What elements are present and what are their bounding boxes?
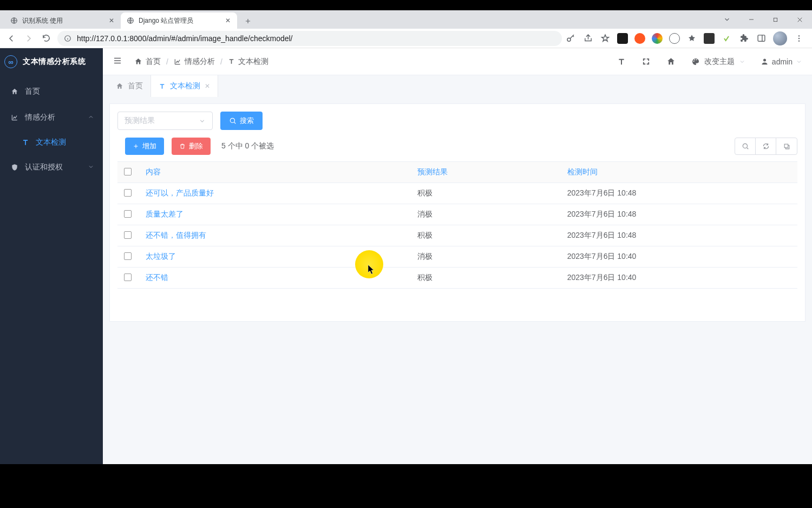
theme-button[interactable]: 改变主题 — [691, 57, 745, 67]
sidebar-item-home[interactable]: 首页 — [0, 79, 103, 105]
delete-button[interactable]: 删除 — [172, 138, 211, 155]
results-table: 内容 预测结果 检测时间 还可以，产品质量好积极2023年7月6日 10:48质… — [117, 161, 797, 289]
extension-icon-4[interactable] — [669, 33, 680, 44]
svg-rect-5 — [758, 35, 765, 41]
row-content-link[interactable]: 还不错，值得拥有 — [139, 225, 411, 246]
row-checkbox[interactable] — [124, 273, 132, 281]
extensions-menu-icon[interactable] — [738, 33, 749, 44]
fullscreen-button[interactable] — [641, 57, 651, 66]
close-icon[interactable]: ✕ — [205, 82, 210, 90]
column-header-time[interactable]: 检测时间 — [567, 167, 598, 176]
maximize-button[interactable] — [763, 11, 788, 28]
browser-menu-icon[interactable] — [794, 33, 804, 44]
browser-tab-0[interactable]: 识别系统 使用 ✕ — [4, 12, 121, 29]
url-input[interactable]: http://127.0.0.1:8000/admin/#/admin/imag… — [57, 31, 562, 46]
column-header-content[interactable]: 内容 — [146, 167, 161, 176]
row-content-link[interactable]: 还不错 — [139, 268, 411, 289]
app-title: 文本情感分析系统 — [23, 57, 86, 67]
app-logo: ∞ 文本情感分析系统 — [0, 48, 103, 75]
palette-icon — [691, 57, 700, 66]
key-icon[interactable] — [565, 33, 576, 44]
side-panel-icon[interactable] — [756, 33, 767, 44]
filter-row: 预测结果 搜索 — [110, 104, 805, 138]
close-icon[interactable]: ✕ — [224, 17, 232, 24]
sidebar-label-auth: 认证和授权 — [25, 162, 63, 172]
row-content-link[interactable]: 质量太差了 — [139, 204, 411, 225]
extension-icon-5[interactable] — [686, 33, 697, 44]
font-size-button[interactable] — [617, 57, 626, 66]
globe-icon — [126, 16, 135, 25]
breadcrumb-home[interactable]: 首页 — [134, 57, 161, 67]
font-icon — [228, 58, 235, 65]
share-icon[interactable] — [582, 33, 593, 44]
chart-icon — [174, 58, 181, 66]
refresh-toolbar-button[interactable] — [756, 138, 776, 154]
user-menu-button[interactable]: admin — [761, 57, 802, 66]
row-result: 消极 — [411, 246, 560, 268]
svg-point-8 — [798, 40, 800, 41]
sidebar-label-text-detect: 文本检测 — [36, 138, 66, 147]
breadcrumb-text-detect[interactable]: 文本检测 — [228, 57, 269, 67]
add-button[interactable]: 增加 — [125, 138, 164, 155]
column-header-result[interactable]: 预测结果 — [417, 167, 448, 176]
sidebar-item-analysis[interactable]: 情感分析 — [0, 105, 103, 131]
menu-toggle-button[interactable] — [113, 56, 123, 67]
row-checkbox[interactable] — [124, 189, 132, 197]
svg-rect-2 — [774, 18, 777, 21]
sidebar-item-text-detect[interactable]: 文本检测 — [0, 131, 103, 154]
sidebar-item-auth[interactable]: 认证和授权 — [0, 154, 103, 180]
extension-icon-1[interactable] — [617, 33, 628, 44]
svg-point-7 — [798, 37, 800, 38]
back-button[interactable] — [3, 30, 19, 47]
result-filter-select[interactable]: 预测结果 — [117, 112, 213, 130]
table-row: 质量太差了消极2023年7月6日 10:48 — [117, 204, 797, 225]
profile-avatar[interactable] — [773, 31, 787, 45]
extension-icon-3[interactable] — [652, 33, 663, 44]
home-button[interactable] — [666, 57, 676, 66]
forward-button[interactable] — [21, 30, 37, 47]
select-all-checkbox[interactable] — [124, 168, 132, 175]
home-icon — [134, 57, 142, 66]
page-tab-home[interactable]: 首页 — [108, 75, 151, 97]
search-button[interactable]: 搜索 — [220, 112, 263, 130]
sidebar: ∞ 文本情感分析系统 首页 情感分析 — [0, 48, 103, 464]
chevron-down-icon — [796, 58, 802, 65]
sidebar-label-home: 首页 — [25, 87, 40, 96]
star-icon[interactable] — [600, 33, 611, 44]
search-toolbar-button[interactable] — [735, 138, 756, 154]
row-checkbox[interactable] — [124, 231, 132, 239]
page-tabs: 首页 文本检测 ✕ — [103, 75, 812, 97]
row-content-link[interactable]: 还可以，产品质量好 — [139, 183, 411, 204]
browser-tab-1[interactable]: Django 站点管理员 ✕ — [121, 12, 237, 29]
extension-icon-2[interactable] — [634, 33, 645, 44]
page-tab-text-detect[interactable]: 文本检测 ✕ — [151, 75, 218, 97]
svg-point-10 — [230, 118, 234, 122]
minimize-button[interactable] — [739, 11, 763, 28]
row-content-link[interactable]: 太垃圾了 — [139, 246, 411, 268]
row-time: 2023年7月6日 10:40 — [561, 268, 797, 289]
browser-tab-title-1: Django 站点管理员 — [139, 16, 220, 25]
info-icon — [64, 35, 71, 42]
row-result: 消极 — [411, 204, 560, 225]
chevron-down-icon — [88, 163, 94, 172]
extension-icon-7[interactable] — [721, 33, 732, 44]
reload-button[interactable] — [38, 30, 54, 47]
new-tab-button[interactable] — [240, 14, 256, 29]
home-icon — [116, 82, 123, 90]
svg-point-6 — [798, 35, 800, 36]
browser-tab-title-0: 识别系统 使用 — [22, 16, 104, 25]
row-result: 积极 — [411, 268, 560, 289]
breadcrumb-analysis[interactable]: 情感分析 — [174, 57, 215, 67]
extension-icon-6[interactable] — [704, 33, 715, 44]
row-time: 2023年7月6日 10:48 — [561, 225, 797, 246]
row-checkbox[interactable] — [124, 210, 132, 218]
close-window-button[interactable] — [788, 11, 812, 28]
row-result: 积极 — [411, 183, 560, 204]
row-time: 2023年7月6日 10:40 — [561, 246, 797, 268]
row-checkbox[interactable] — [124, 252, 132, 260]
tab-search-button[interactable] — [715, 16, 739, 23]
shield-icon — [11, 164, 18, 171]
close-icon[interactable]: ✕ — [108, 17, 115, 24]
logo-icon: ∞ — [4, 55, 17, 68]
export-toolbar-button[interactable] — [776, 138, 797, 154]
